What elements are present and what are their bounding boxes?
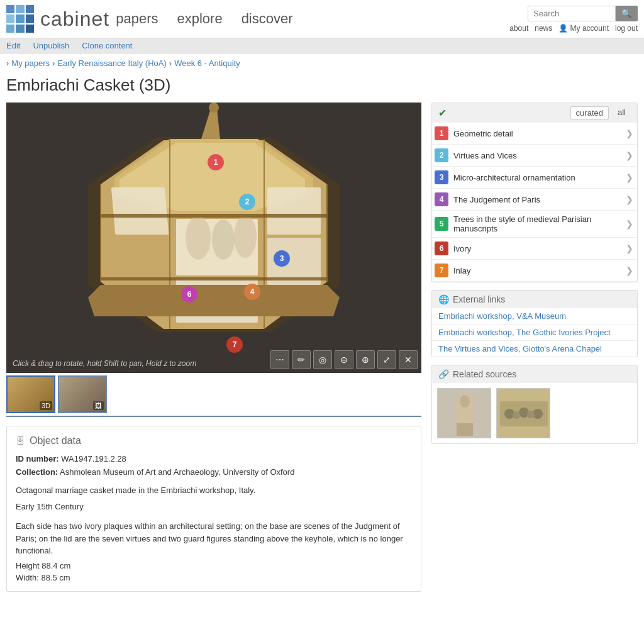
ann-badge-5: 5 xyxy=(435,217,448,231)
annotation-row-2[interactable]: 2 Virtues and Vices ❯ xyxy=(432,145,637,167)
collection-label: Collection: xyxy=(16,467,58,477)
account-link[interactable]: 👤 My account xyxy=(558,24,609,33)
breadcrumb-week[interactable]: Week 6 - Antiquity xyxy=(174,58,240,68)
search-bar: 🔍 xyxy=(528,6,638,21)
check-icon: ✔ xyxy=(438,107,447,119)
about-link[interactable]: about xyxy=(509,24,528,33)
curated-tabs: curated all xyxy=(570,106,631,119)
related-source-thumb-1[interactable] xyxy=(437,388,491,438)
clone-content-link[interactable]: Clone content xyxy=(82,41,132,50)
ext-links-title: External links xyxy=(453,294,505,304)
top-links: about news 👤 My account log out xyxy=(509,24,638,33)
breadcrumb: › My papers › Early Renaissance Italy (H… xyxy=(0,53,644,73)
search-input[interactable] xyxy=(528,6,616,21)
thumbnail-2[interactable]: 🖼 xyxy=(58,375,107,413)
annotation-row-5[interactable]: 5 Trees in the style of medieval Parisia… xyxy=(432,211,637,238)
nav-discover[interactable]: discover xyxy=(242,11,293,27)
tab-all[interactable]: all xyxy=(613,106,631,119)
nav-papers[interactable]: papers xyxy=(116,11,158,27)
ann-label-6: Ivory xyxy=(453,244,626,253)
unpublish-link[interactable]: Unpublish xyxy=(33,41,69,50)
annotation-row-1[interactable]: 1 Geometric detail ❯ xyxy=(432,123,637,145)
viewer-btn-zoom-out[interactable]: ⊖ xyxy=(335,350,353,369)
ext-links-header: 🌐 External links xyxy=(432,291,637,308)
id-field: ID number: WA1947.191.2.28 xyxy=(16,454,412,464)
search-button[interactable]: 🔍 xyxy=(616,6,638,21)
breadcrumb-course[interactable]: Early Renaissance Italy (HoA) xyxy=(57,58,166,68)
svg-rect-11 xyxy=(267,187,321,235)
thumb-img-icon: 🖼 xyxy=(93,401,104,410)
edit-link[interactable]: Edit xyxy=(6,41,20,50)
viewer-btn-target[interactable]: ◎ xyxy=(313,350,332,369)
logo-area: cabinet papers explore discover xyxy=(6,5,293,33)
id-value: WA1947.191.2.28 xyxy=(61,454,126,464)
viewer-container[interactable]: 1 2 3 4 6 7 Click & drag to rotate, hold… xyxy=(6,103,421,373)
header-top: cabinet papers explore discover 🔍 about … xyxy=(6,0,638,38)
tab-curated[interactable]: curated xyxy=(570,106,609,119)
header-right: 🔍 about news 👤 My account log out xyxy=(509,6,638,33)
viewer-btn-edit[interactable]: ✏ xyxy=(292,350,311,369)
main-content: 1 2 3 4 6 7 Click & drag to rotate, hold… xyxy=(0,103,644,592)
annotation-row-4[interactable]: 4 The Judgement of Paris ❯ xyxy=(432,189,637,211)
news-link[interactable]: news xyxy=(535,24,552,33)
thumbnail-1[interactable]: 3D xyxy=(6,375,55,413)
account-icon: 👤 xyxy=(558,24,568,33)
related-source-thumb-2[interactable] xyxy=(496,388,550,438)
ann-label-7: Inlay xyxy=(453,266,626,275)
svg-point-14 xyxy=(186,216,211,260)
annotation-row-6[interactable]: 6 Ivory ❯ xyxy=(432,238,637,260)
annotation-dot-6[interactable]: 7 xyxy=(226,336,243,353)
ann-label-1: Geometric detail xyxy=(453,129,626,138)
svg-point-16 xyxy=(234,215,257,258)
svg-rect-20 xyxy=(101,214,327,218)
svg-rect-25 xyxy=(457,423,473,436)
nav-explore[interactable]: explore xyxy=(177,11,222,27)
curated-panel: ✔ curated all 1 Geometric detail ❯ 2 Vir… xyxy=(431,103,638,282)
logo-grid xyxy=(6,5,34,33)
svg-point-31 xyxy=(513,411,520,419)
ext-link-1[interactable]: Embriachi workshop, V&A Museum xyxy=(432,308,637,325)
ann-label-5: Trees in the style of medieval Parisian … xyxy=(453,214,626,233)
ann-arrow-5: ❯ xyxy=(626,219,633,229)
ann-arrow-4: ❯ xyxy=(626,194,633,204)
right-panel: ✔ curated all 1 Geometric detail ❯ 2 Vir… xyxy=(431,103,638,592)
annotation-dot-5[interactable]: 6 xyxy=(181,286,197,303)
description-1: Octagonal marriage casket made in the Em… xyxy=(16,484,412,497)
page-title: Embriachi Casket (3D) xyxy=(0,73,644,103)
annotation-dot-3[interactable]: 3 xyxy=(274,250,290,267)
viewer-btn-more[interactable]: ⋯ xyxy=(270,350,289,369)
object-data-title: Object data xyxy=(30,435,81,447)
left-panel: 1 2 3 4 6 7 Click & drag to rotate, hold… xyxy=(6,103,421,592)
external-links-panel: 🌐 External links Embriachi workshop, V&A… xyxy=(431,290,638,357)
header: cabinet papers explore discover 🔍 about … xyxy=(0,0,644,38)
ann-arrow-2: ❯ xyxy=(626,150,633,160)
annotation-row-3[interactable]: 3 Micro-architectural ornamentation ❯ xyxy=(432,167,637,189)
globe-icon: 🌐 xyxy=(438,294,449,304)
curated-header: ✔ curated all xyxy=(432,103,637,123)
breadcrumb-my-papers[interactable]: My papers xyxy=(11,58,50,68)
description-2: Early 15th Century xyxy=(16,501,412,513)
annotation-dot-1[interactable]: 1 xyxy=(208,154,224,170)
annotation-row-7[interactable]: 7 Inlay ❯ xyxy=(432,260,637,282)
annotation-dot-4[interactable]: 4 xyxy=(244,284,260,300)
ann-arrow-7: ❯ xyxy=(626,265,633,275)
svg-point-15 xyxy=(212,219,235,260)
svg-point-32 xyxy=(527,411,535,418)
viewer-btn-zoom-in[interactable]: ⊕ xyxy=(356,350,375,369)
bc-arrow-2: › xyxy=(52,58,55,68)
viewer-hint: Click & drag to rotate, hold Shift to pa… xyxy=(13,359,196,368)
ann-label-4: The Judgement of Paris xyxy=(453,195,626,204)
ext-link-3[interactable]: The Virtues and Vices, Giotto's Arena Ch… xyxy=(432,341,637,357)
viewer-toolbar: ⋯ ✏ ◎ ⊖ ⊕ ⤢ ✕ xyxy=(270,350,418,369)
db-icon: 🗄 xyxy=(16,436,25,446)
ann-arrow-1: ❯ xyxy=(626,128,633,138)
related-sources-thumbs xyxy=(432,383,637,443)
svg-marker-17 xyxy=(88,285,340,316)
bc-arrow-3: › xyxy=(169,58,172,68)
ext-link-2[interactable]: Embriachi workshop, The Gothic Ivories P… xyxy=(432,325,637,341)
logout-link[interactable]: log out xyxy=(615,24,638,33)
viewer-btn-close[interactable]: ✕ xyxy=(399,350,418,369)
viewer-btn-fullscreen[interactable]: ⤢ xyxy=(377,350,396,369)
svg-point-24 xyxy=(460,395,470,408)
annotation-dot-2[interactable]: 2 xyxy=(239,194,255,210)
